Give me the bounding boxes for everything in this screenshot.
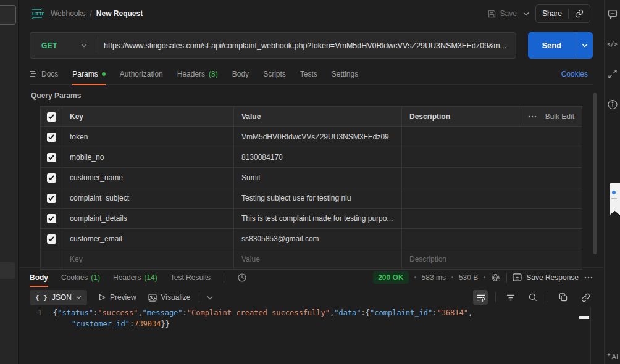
param-value-cell[interactable]: 8130084170 bbox=[234, 147, 402, 167]
postman-app-window: HTTP Webhooks / New Request Save bbox=[0, 0, 620, 364]
response-panel: Body Cookies (1) Headers (14) Test Resul… bbox=[19, 267, 604, 364]
tab-scripts[interactable]: Scripts bbox=[263, 64, 286, 85]
response-toolbar: { } JSON Preview Visualiz bbox=[30, 288, 593, 307]
response-tab-test-results[interactable]: Test Results bbox=[170, 268, 211, 287]
row-checkbox[interactable] bbox=[47, 214, 56, 223]
http-method-icon: HTTP bbox=[30, 7, 44, 20]
visualize-options-chevron-icon[interactable] bbox=[207, 296, 213, 300]
response-body-editor[interactable]: 1 {"status":"success","message":"Complai… bbox=[19, 307, 590, 364]
select-all-checkbox[interactable] bbox=[47, 112, 56, 122]
breadcrumb-request-name[interactable]: New Request bbox=[96, 9, 143, 18]
tab-body[interactable]: Body bbox=[232, 64, 249, 85]
breadcrumb-collection[interactable]: Webhooks bbox=[51, 9, 85, 18]
send-options-chevron-icon[interactable] bbox=[576, 32, 593, 59]
visualize-button[interactable]: Visualize bbox=[148, 293, 191, 302]
postbot-ai-button[interactable]: ✦ AI bbox=[606, 353, 618, 360]
tab-settings[interactable]: Settings bbox=[332, 64, 358, 85]
param-description-cell[interactable] bbox=[402, 209, 582, 228]
status-badge[interactable]: 200 OK bbox=[373, 271, 408, 284]
send-button[interactable]: Send bbox=[528, 32, 593, 59]
code-snippet-icon[interactable]: </> bbox=[606, 41, 618, 48]
response-format-dropdown[interactable]: { } JSON bbox=[30, 290, 87, 305]
param-value-cell[interactable]: VmM5dHV0RldwcVVsZ29UU3NSM3FEdz09 bbox=[234, 127, 402, 147]
peek-line-decoration bbox=[611, 198, 617, 199]
network-info-icon[interactable] bbox=[491, 273, 501, 283]
method-selector[interactable]: GET bbox=[30, 41, 96, 50]
preview-label: Preview bbox=[110, 293, 136, 302]
line-number-empty bbox=[19, 318, 53, 329]
toolbar-divider bbox=[495, 292, 496, 302]
param-key-cell[interactable]: complaint_details bbox=[62, 209, 234, 228]
query-params-title: Query Params bbox=[31, 91, 81, 100]
param-description-cell[interactable] bbox=[402, 147, 582, 167]
filter-icon[interactable] bbox=[503, 290, 518, 305]
response-tab-cookies[interactable]: Cookies (1) bbox=[61, 268, 100, 287]
copy-icon[interactable] bbox=[556, 290, 571, 305]
url-input[interactable]: https://www.stingosales.com/st-api/compl… bbox=[96, 41, 516, 50]
collapsed-sidebar-panel[interactable] bbox=[0, 5, 16, 25]
response-tab-headers[interactable]: Headers (14) bbox=[113, 268, 157, 287]
response-time[interactable]: 583 ms bbox=[422, 273, 446, 282]
param-description-cell[interactable] bbox=[402, 127, 582, 147]
link-icon[interactable] bbox=[578, 290, 593, 305]
sidebar-drag-handle[interactable] bbox=[0, 262, 15, 279]
save-response-button[interactable]: Save Response bbox=[513, 273, 579, 282]
more-options-icon[interactable] bbox=[528, 115, 537, 118]
param-value-cell[interactable]: ss8305853@gmail.com bbox=[234, 229, 402, 249]
send-button-label: Send bbox=[528, 41, 576, 50]
bulk-edit-button[interactable]: Bulk Edit bbox=[545, 112, 574, 121]
row-checkbox[interactable] bbox=[47, 133, 56, 142]
vertical-scrollbar[interactable] bbox=[593, 93, 597, 254]
param-key-cell[interactable]: customer_email bbox=[62, 229, 234, 249]
param-description-cell[interactable] bbox=[402, 188, 582, 208]
preview-button[interactable]: Preview bbox=[99, 293, 136, 302]
param-description-cell[interactable] bbox=[402, 229, 582, 249]
tab-scripts-label: Scripts bbox=[263, 70, 286, 78]
cookies-link[interactable]: Cookies bbox=[561, 70, 588, 78]
right-sidebar-rail: </> ✦ AI bbox=[604, 0, 620, 364]
comments-icon[interactable] bbox=[608, 9, 618, 19]
tab-tests[interactable]: Tests bbox=[300, 64, 317, 85]
param-key-placeholder[interactable]: Key bbox=[62, 249, 234, 269]
response-tab-body[interactable]: Body bbox=[30, 268, 48, 287]
main-pane: HTTP Webhooks / New Request Save bbox=[19, 0, 604, 364]
info-icon[interactable] bbox=[607, 99, 618, 110]
copy-link-icon[interactable] bbox=[575, 9, 584, 18]
row-checkbox[interactable] bbox=[47, 153, 56, 162]
row-checkbox[interactable] bbox=[47, 234, 56, 244]
search-icon[interactable] bbox=[526, 290, 540, 305]
param-value-placeholder[interactable]: Value bbox=[234, 249, 402, 269]
tab-tests-label: Tests bbox=[300, 70, 317, 78]
tab-docs[interactable]: Docs bbox=[30, 64, 58, 85]
row-checkbox[interactable] bbox=[47, 194, 56, 203]
param-value-cell[interactable]: Testing subject use for testing nlu bbox=[234, 188, 402, 208]
param-key-cell[interactable]: mobile_no bbox=[62, 147, 234, 167]
tab-params[interactable]: Params bbox=[72, 64, 105, 85]
param-description-cell[interactable] bbox=[402, 168, 582, 188]
response-more-options-icon[interactable] bbox=[584, 276, 593, 279]
tab-headers[interactable]: Headers (8) bbox=[177, 64, 218, 85]
param-value-cell[interactable]: This is test complaint made for testing … bbox=[234, 209, 402, 228]
request-header-bar: HTTP Webhooks / New Request Save bbox=[19, 0, 604, 27]
param-value-cell[interactable]: Sumit bbox=[234, 168, 402, 188]
response-tab-test-results-label: Test Results bbox=[170, 273, 211, 282]
param-key-cell[interactable]: token bbox=[62, 127, 234, 147]
code-line: 1 {"status":"success","message":"Complai… bbox=[19, 307, 590, 318]
pinned-element-peek[interactable] bbox=[610, 183, 620, 215]
wrap-text-button[interactable] bbox=[473, 290, 488, 305]
param-description-placeholder[interactable]: Description bbox=[402, 249, 582, 269]
table-row: complaint_subject Testing subject use fo… bbox=[41, 188, 582, 209]
tab-params-label: Params bbox=[72, 70, 98, 78]
save-button[interactable]: Save bbox=[487, 9, 517, 19]
response-size[interactable]: 530 B bbox=[459, 273, 478, 282]
expand-panel-icon[interactable] bbox=[608, 70, 617, 78]
status-divider bbox=[506, 273, 507, 283]
row-checkbox[interactable] bbox=[47, 173, 56, 183]
param-key-cell[interactable]: complaint_subject bbox=[62, 188, 234, 208]
response-history-icon[interactable] bbox=[237, 273, 247, 283]
save-options-chevron-icon[interactable] bbox=[523, 12, 529, 16]
share-button[interactable]: Share bbox=[535, 4, 590, 23]
editor-minimap-divider bbox=[590, 307, 591, 364]
tab-authorization[interactable]: Authorization bbox=[120, 64, 163, 85]
param-key-cell[interactable]: customer_name bbox=[62, 168, 234, 188]
